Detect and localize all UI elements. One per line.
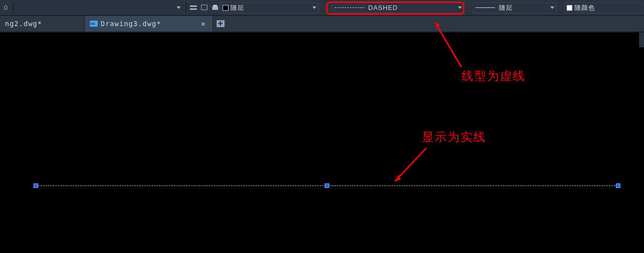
print-icon[interactable] — [210, 3, 220, 13]
linetype-dropdown-label: DASHED — [368, 4, 398, 11]
chevron-down-icon[interactable] — [177, 6, 181, 9]
chevron-down-icon — [550, 6, 554, 9]
divider — [186, 2, 187, 13]
close-icon[interactable]: ✕ — [199, 20, 208, 28]
solid-line-icon — [475, 7, 495, 8]
lineweight-dropdown[interactable]: 随层 — [473, 2, 557, 13]
tab-drawing3[interactable]: Drawing3.dwg* ✕ — [85, 16, 213, 32]
annotation-linetype-note: 线型为虚线 — [461, 68, 526, 84]
grip-end[interactable] — [616, 183, 620, 188]
properties-toolbar: 0 随层 DASHED — [0, 0, 644, 16]
svg-rect-1 — [190, 8, 197, 10]
drawing-canvas[interactable] — [0, 33, 644, 253]
grip-start[interactable] — [34, 183, 38, 188]
annotation-display-note: 显示为实线 — [422, 129, 486, 145]
tab-label: ng2.dwg* — [5, 20, 42, 28]
new-tab-button[interactable] — [213, 16, 228, 32]
color-swatch-icon — [223, 5, 228, 11]
divider — [13, 2, 14, 13]
layer-icon[interactable] — [189, 3, 198, 13]
layer-icon[interactable] — [199, 3, 209, 13]
plus-icon — [217, 20, 225, 27]
svg-rect-2 — [201, 5, 207, 10]
grip-mid[interactable] — [325, 183, 329, 188]
color-swatch-icon — [567, 5, 572, 11]
dash-pattern-icon — [335, 7, 364, 8]
lineweight-dropdown-label: 随层 — [499, 3, 513, 12]
tab-drawing2[interactable]: ng2.dwg* — [0, 16, 85, 32]
icon-cluster — [16, 2, 231, 13]
linetype-dropdown[interactable]: DASHED — [332, 2, 464, 13]
svg-rect-0 — [190, 5, 197, 7]
chevron-down-icon — [458, 6, 462, 9]
chevron-down-icon — [312, 6, 316, 9]
color-dropdown[interactable]: 随颜色 — [564, 2, 643, 13]
layer-dropdown-label: 随层 — [230, 3, 244, 12]
svg-rect-3 — [212, 6, 218, 10]
document-tab-bar: ng2.dwg* Drawing3.dwg* ✕ — [0, 16, 644, 33]
svg-rect-4 — [213, 5, 217, 6]
scrollbar-vertical[interactable] — [639, 33, 644, 47]
dwg-file-icon — [90, 21, 98, 27]
layer-dropdown[interactable]: 随层 — [220, 2, 319, 13]
tab-label: Drawing3.dwg* — [101, 20, 161, 28]
color-dropdown-label: 随颜色 — [574, 3, 595, 12]
number-field[interactable]: 0 — [1, 4, 11, 11]
toolbar-left-group: 0 — [0, 2, 231, 13]
